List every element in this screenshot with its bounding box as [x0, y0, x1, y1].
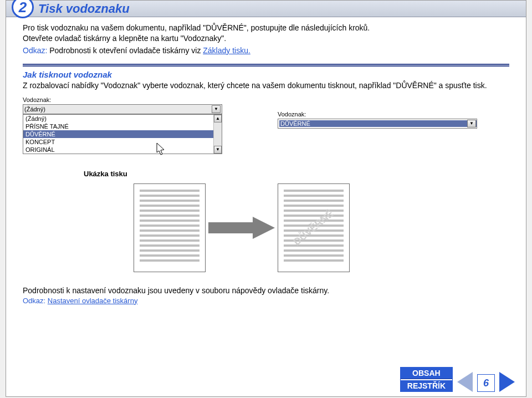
watermark-combo-selected[interactable]: DŮVĚRNÉ ▼	[278, 119, 477, 129]
nav-prev-icon[interactable]	[457, 372, 473, 392]
reference-link-driver-settings[interactable]: Nastavení ovladače tiskárny	[48, 297, 138, 305]
reference-label: Odkaz:	[23, 46, 47, 55]
dropdown-label: Vodoznak:	[23, 96, 222, 103]
list-item[interactable]: ORIGINÁL	[23, 146, 222, 154]
list-item[interactable]: KONCEPT	[23, 138, 222, 146]
page-number: 6	[477, 374, 495, 392]
nav-contents-button[interactable]: OBSAH	[401, 368, 452, 379]
watermark-dropdown-collapsed: Vodoznak: DŮVĚRNÉ ▼	[278, 111, 477, 154]
list-item[interactable]: (Žádný)	[23, 115, 222, 123]
svg-marker-0	[157, 143, 164, 155]
scroll-up-icon[interactable]: ▲	[214, 115, 222, 123]
arrow-icon	[208, 217, 275, 238]
reference-link-basics[interactable]: Základy tisku.	[203, 46, 250, 55]
scroll-down-icon[interactable]: ▼	[214, 146, 222, 154]
watermark-listbox[interactable]: (Žádný) PŘÍSNĚ TAJNÉ DŮVĚRNÉ KONCEPT ORI…	[23, 114, 222, 154]
svg-marker-1	[208, 217, 275, 239]
intro-line-1: Pro tisk vodoznaku na vašem dokumentu, n…	[23, 23, 509, 33]
section-number-badge: 2	[12, 0, 34, 18]
watermark-text: DŮVĚRNÉ	[291, 207, 336, 248]
nav-links: OBSAH REJSTŘÍK	[400, 367, 453, 392]
combo-value: DŮVĚRNÉ	[279, 120, 477, 127]
list-item-selected[interactable]: DŮVĚRNÉ	[23, 130, 222, 138]
document-page: 2 Tisk vodoznaku Pro tisk vodoznaku na v…	[6, 0, 526, 397]
nav-next-icon[interactable]	[499, 372, 515, 392]
sub-text: Z rozbalovací nabídky "Vodoznak" vyberte…	[23, 80, 509, 91]
list-item[interactable]: PŘÍSNĚ TAJNÉ	[23, 123, 222, 130]
chevron-down-icon[interactable]: ▼	[467, 120, 476, 127]
combo-value: (Žádný)	[24, 106, 45, 113]
nav-index-button[interactable]: REJSTŘÍK	[401, 380, 452, 391]
section-header: 2 Tisk vodoznaku	[6, 1, 526, 17]
dropdown-label: Vodoznak:	[278, 111, 477, 118]
print-preview: Ukázka tisku DŮVĚRNÉ	[39, 170, 509, 272]
bottom-nav: OBSAH REJSTŘÍK 6	[400, 367, 515, 392]
intro-block: Pro tisk vodoznaku na vašem dokumentu, n…	[23, 23, 509, 56]
scrollbar[interactable]: ▲ ▼	[213, 115, 222, 154]
watermark-combo[interactable]: (Žádný) ▼	[23, 104, 222, 114]
sub-heading: Jak tisknout vodoznak	[23, 70, 509, 79]
page-before	[134, 183, 206, 272]
bottom-note: Podrobnosti k nastavení vodoznaku jsou u…	[23, 286, 509, 295]
cursor-icon	[156, 142, 167, 158]
preview-label: Ukázka tisku	[84, 170, 509, 178]
chevron-down-icon[interactable]: ▼	[212, 105, 221, 113]
watermark-dropdown-expanded: Vodoznak: (Žádný) ▼ (Žádný) PŘÍSNĚ TAJNÉ…	[23, 96, 222, 154]
page-after: DŮVĚRNÉ	[278, 183, 350, 272]
reference-label: Odkaz:	[23, 297, 45, 305]
divider	[23, 64, 509, 67]
intro-line-2: Otevřete ovladač tiskárny a klepněte na …	[23, 33, 509, 44]
section-title: Tisk vodoznaku	[38, 2, 130, 16]
reference-text: Podrobnosti k otevření ovladače tiskárny…	[49, 46, 203, 55]
